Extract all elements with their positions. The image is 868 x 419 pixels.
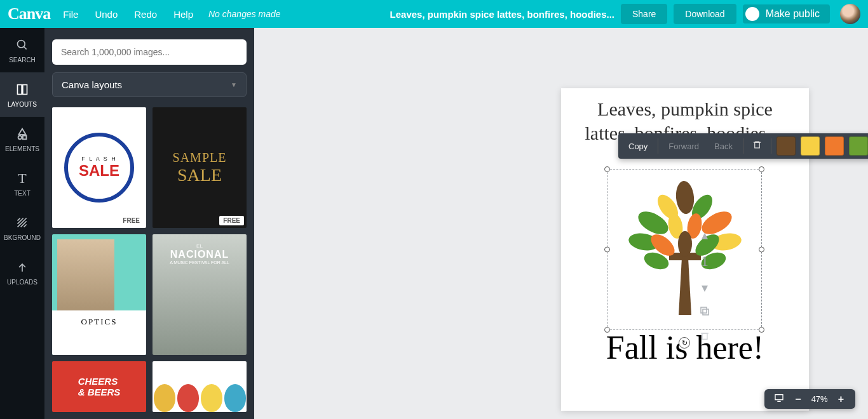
document-title[interactable]: Leaves, pumpkin spice lattes, bonfires, … [390, 9, 614, 20]
template-text: & BEERS [78, 387, 121, 397]
copy-button[interactable]: Copy [621, 133, 655, 159]
forward-button[interactable]: Forward [661, 133, 707, 159]
svg-point-0 [18, 40, 25, 48]
color-swatch-yellow[interactable] [801, 136, 820, 156]
avatar[interactable] [840, 4, 860, 24]
save-status: No changes made [208, 9, 281, 19]
page-up-button[interactable]: ▴ [702, 227, 708, 243]
resize-handle[interactable] [604, 327, 610, 333]
template-text: SALE [79, 162, 119, 180]
free-badge: FREE [119, 216, 144, 225]
zoom-out-button[interactable]: − [792, 394, 803, 405]
layouts-icon [15, 82, 30, 97]
chevron-down-icon: ▼ [231, 81, 237, 88]
nav-search-label: SEARCH [9, 57, 36, 63]
color-swatch-orange[interactable] [825, 136, 844, 156]
present-icon[interactable] [773, 393, 785, 405]
page-number: 1 [701, 253, 709, 270]
resize-handle[interactable] [759, 327, 764, 333]
template-text: CHEERS [78, 376, 121, 387]
nav-uploads[interactable]: UPLOADS [0, 250, 44, 295]
zoom-value: 47% [811, 394, 828, 404]
resize-handle[interactable] [759, 166, 764, 172]
resize-handle[interactable] [759, 247, 764, 253]
page-down-button[interactable]: ▾ [702, 280, 708, 295]
delete-page-icon[interactable] [700, 330, 710, 345]
svg-rect-6 [23, 135, 26, 139]
nav-elements-label: ELEMENTS [5, 145, 39, 152]
template-text: OPTICS [52, 317, 146, 327]
svg-rect-31 [701, 307, 707, 313]
svg-line-7 [18, 218, 20, 220]
upload-icon [15, 260, 30, 275]
nav-search[interactable]: SEARCH [0, 28, 44, 72]
search-icon [15, 37, 30, 53]
nav-background[interactable]: BKGROUND [0, 206, 44, 250]
zoom-bar: − 47% + [764, 389, 855, 409]
make-public-toggle[interactable]: Make public [743, 4, 830, 23]
nav-uploads-label: UPLOADS [7, 279, 37, 286]
svg-line-8 [18, 218, 24, 223]
svg-rect-33 [775, 395, 783, 400]
template-text: NACIONAL [170, 249, 229, 260]
resize-handle[interactable] [604, 247, 610, 253]
text-icon: T [15, 171, 30, 186]
template-text: A MUSIC FESTIVAL FOR ALL [170, 260, 229, 265]
nav-background-label: BKGROUND [4, 234, 41, 241]
template-text: F L A S H [81, 156, 117, 162]
app-logo: Canva [8, 4, 50, 23]
color-swatch-green[interactable] [849, 136, 868, 156]
nav-text[interactable]: T TEXT [0, 161, 44, 206]
svg-marker-4 [19, 128, 26, 134]
template-item[interactable]: EL NACIONAL A MUSIC FESTIVAL FOR ALL [153, 234, 247, 355]
copy-page-icon[interactable] [699, 305, 710, 320]
svg-line-1 [24, 46, 27, 49]
menu-file[interactable]: File [63, 9, 78, 20]
zoom-in-button[interactable]: + [836, 394, 846, 405]
background-icon [15, 215, 30, 230]
template-item[interactable]: F L A S H SALE FREE [52, 107, 146, 228]
search-input[interactable] [52, 39, 247, 65]
make-public-label: Make public [766, 8, 820, 20]
svg-rect-2 [18, 84, 22, 94]
selection-box[interactable]: ↻ [607, 169, 762, 330]
share-button[interactable]: Share [621, 4, 667, 24]
svg-rect-3 [23, 84, 27, 94]
nav-elements[interactable]: ELEMENTS [0, 117, 44, 161]
trash-icon[interactable] [746, 140, 768, 152]
template-item[interactable]: CHEERS & BEERS [52, 361, 146, 412]
download-button[interactable]: Download [674, 4, 736, 24]
svg-point-5 [18, 135, 22, 139]
context-toolbar: Copy Forward Back ▼ [618, 133, 868, 159]
elements-icon [15, 126, 30, 142]
template-item[interactable]: OPTICS [52, 234, 146, 355]
menu-undo[interactable]: Undo [95, 9, 118, 20]
layout-dropdown[interactable]: Canva layouts ▼ [52, 72, 247, 97]
svg-line-11 [24, 224, 27, 227]
menu-help[interactable]: Help [173, 9, 193, 20]
rotate-handle[interactable]: ↻ [679, 337, 690, 349]
nav-layouts-label: LAYOUTS [8, 101, 37, 108]
template-text: SAMPLE [173, 150, 227, 165]
template-item[interactable] [153, 361, 247, 412]
svg-line-10 [21, 221, 27, 227]
nav-text-label: TEXT [14, 190, 31, 197]
template-text: SALE [177, 165, 222, 185]
svg-rect-32 [702, 333, 707, 339]
color-swatch-brown[interactable] [776, 136, 796, 156]
svg-rect-30 [703, 309, 709, 315]
svg-rect-29 [755, 142, 760, 148]
layout-dropdown-label: Canva layouts [62, 79, 122, 90]
toggle-knob-icon [745, 7, 759, 21]
back-button[interactable]: Back [707, 133, 740, 159]
template-item[interactable]: SAMPLE SALE FREE [153, 107, 247, 228]
nav-layouts[interactable]: LAYOUTS [0, 72, 44, 117]
resize-handle[interactable] [604, 166, 610, 172]
free-badge: FREE [219, 216, 244, 225]
menu-redo[interactable]: Redo [134, 9, 157, 20]
